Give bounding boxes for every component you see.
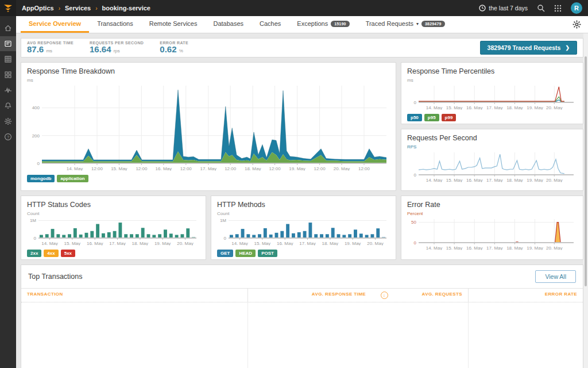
sidebar: ?: [0, 16, 16, 368]
stat-avg-response-time: AVG RESPONSE TIME87.6 ms: [27, 41, 74, 55]
tab-caches[interactable]: Caches: [252, 16, 289, 33]
svg-text:15. May: 15. May: [111, 166, 127, 171]
response-time-percentiles-chart[interactable]: 014. May15. May16. May17. May18. May19. …: [407, 83, 577, 110]
svg-text:1M: 1M: [30, 218, 36, 223]
card-response-time-breakdown: Response Time Breakdown ms 020040014. Ma…: [21, 62, 396, 191]
legend-chip-get[interactable]: GET: [217, 250, 233, 257]
legend-chip-5xx[interactable]: 5xx: [61, 250, 75, 257]
legend-chip-p50[interactable]: p50: [407, 114, 422, 121]
svg-text:20. May: 20. May: [177, 241, 193, 246]
tab-exceptions[interactable]: Exceptions15190: [289, 16, 357, 33]
legend-chip-head[interactable]: HEAD: [235, 250, 256, 257]
sidebar-item-settings[interactable]: [0, 114, 16, 129]
sidebar-item-integrations[interactable]: [0, 67, 16, 82]
svg-text:19. May: 19. May: [345, 241, 361, 246]
svg-text:15. May: 15. May: [446, 178, 462, 183]
sidebar-item-dashboards[interactable]: [0, 52, 16, 67]
sidebar-item-home[interactable]: [0, 21, 16, 36]
http-status-codes-chart[interactable]: 01M14. May15. May16. May17. May18. May19…: [27, 217, 200, 246]
y-axis-unit-label: ms: [27, 78, 390, 83]
avatar[interactable]: R: [571, 2, 582, 14]
legend-chip-mongodb[interactable]: mongodb: [27, 175, 55, 182]
column-header-transaction[interactable]: TRANSACTION: [21, 289, 247, 302]
svg-text:17. May: 17. May: [486, 105, 502, 110]
sidebar-item-help[interactable]: ?: [0, 129, 16, 144]
search-icon[interactable]: [537, 4, 545, 12]
tab-databases[interactable]: Databases: [205, 16, 252, 33]
tab-service-overview[interactable]: Service Overview: [21, 16, 89, 33]
breadcrumb-separator: ›: [59, 5, 60, 12]
chart-legend: p50p95p99: [407, 114, 577, 121]
svg-text:15. May: 15. May: [446, 105, 462, 110]
traced-requests-button[interactable]: 3829479 Traced Requests ❯: [480, 41, 577, 55]
traced-requests-label: 3829479 Traced Requests: [488, 44, 561, 51]
card-title: HTTP Methods: [217, 201, 390, 209]
solarwinds-logo[interactable]: [0, 0, 16, 16]
column-header-avg-response-time[interactable]: AVG. RESPONSE TIME: [247, 289, 372, 302]
svg-text:16. May: 16. May: [156, 166, 172, 171]
tab-count-badge: 3829479: [421, 21, 445, 27]
topbar: AppOptics›Services›booking-service the l…: [0, 0, 588, 16]
tab-transactions[interactable]: Transactions: [89, 16, 141, 33]
page-settings-gear-icon[interactable]: [572, 16, 588, 33]
svg-text:0: 0: [224, 236, 227, 241]
svg-text:17. May: 17. May: [109, 241, 125, 246]
legend-chip-application[interactable]: application: [57, 175, 88, 182]
sidebar-item-alerts[interactable]: [0, 98, 16, 113]
chart-legend: mongodbapplication: [27, 175, 390, 182]
legend-chip-p99[interactable]: p99: [442, 114, 457, 121]
http-methods-chart[interactable]: 01M14. May15. May16. May17. May18. May19…: [217, 217, 390, 246]
time-range-picker[interactable]: the last 7 days: [479, 5, 528, 12]
tab-count-badge: 15190: [331, 21, 349, 27]
scrollbar[interactable]: [583, 33, 588, 368]
tab-label: Remote Services: [149, 20, 198, 27]
tab-traced-requests[interactable]: Traced Requests▾3829479: [358, 16, 453, 33]
svg-text:19. May: 19. May: [154, 241, 171, 246]
sort-column-header[interactable]: ↓: [372, 289, 397, 302]
svg-text:14. May: 14. May: [426, 178, 442, 183]
integrations-icon: [4, 71, 12, 79]
apps-grid-icon[interactable]: [554, 5, 562, 12]
svg-text:50: 50: [411, 220, 416, 225]
top-transactions-title: Top Transactions: [28, 273, 83, 281]
y-axis-unit-label: RPS: [407, 144, 577, 150]
legend-chip-p95[interactable]: p95: [424, 114, 439, 121]
svg-text:18. May: 18. May: [322, 241, 338, 246]
card-title: Response Time Breakdown: [27, 67, 390, 75]
sidebar-item-metrics[interactable]: [0, 83, 16, 98]
tab-label: Caches: [260, 20, 281, 27]
requests-per-second-chart[interactable]: 014. May15. May16. May17. May18. May19. …: [407, 150, 577, 182]
svg-text:12:00: 12:00: [136, 166, 148, 171]
svg-text:17. May: 17. May: [200, 166, 216, 171]
svg-text:17. May: 17. May: [486, 246, 502, 251]
breadcrumb-item-appoptics[interactable]: AppOptics: [22, 5, 54, 12]
stat-value: 0.62 %: [160, 45, 188, 55]
response-time-breakdown-chart[interactable]: 020040014. May12:0015. May12:0016. May12…: [27, 83, 390, 171]
legend-chip-post[interactable]: POST: [258, 250, 277, 257]
scrollbar-thumb[interactable]: [585, 56, 587, 286]
breadcrumb-item-services[interactable]: Services: [65, 5, 91, 12]
svg-text:17. May: 17. May: [486, 178, 502, 183]
svg-text:12:00: 12:00: [314, 166, 326, 171]
card-top-transactions: Top Transactions View All TRANSACTIONAVG…: [21, 264, 583, 368]
svg-text:18. May: 18. May: [506, 178, 523, 183]
view-all-button[interactable]: View All: [535, 270, 576, 283]
legend-chip-4xx[interactable]: 4xx: [44, 250, 58, 257]
sidebar-item-services[interactable]: [0, 36, 16, 51]
svg-text:16. May: 16. May: [466, 178, 482, 183]
column-header-error-rate[interactable]: ERROR RATE: [468, 289, 583, 302]
legend-chip-2xx[interactable]: 2xx: [27, 250, 41, 257]
card-title: Response Time Percentiles: [407, 67, 577, 75]
breadcrumb: AppOptics›Services›booking-service: [22, 5, 150, 12]
breadcrumb-item-booking-service[interactable]: booking-service: [102, 5, 150, 12]
stat-value: 87.6 ms: [27, 45, 74, 55]
svg-text:12:00: 12:00: [358, 166, 370, 171]
sort-descending-icon[interactable]: ↓: [381, 292, 388, 299]
error-rate-chart[interactable]: 05014. May15. May16. May17. May18. May19…: [407, 217, 577, 250]
tab-remote-services[interactable]: Remote Services: [141, 16, 206, 33]
svg-text:200: 200: [32, 133, 40, 139]
svg-text:1M: 1M: [220, 218, 226, 223]
column-header-avg-requests[interactable]: AVG. REQUESTS: [397, 289, 468, 302]
chevron-down-icon: ▾: [416, 21, 419, 26]
svg-text:16. May: 16. May: [277, 241, 293, 246]
